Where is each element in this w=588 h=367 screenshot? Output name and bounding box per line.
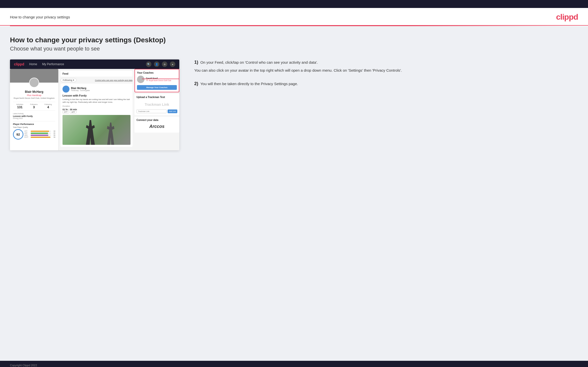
feed-user-meta: Yesterday · Sunningdale [71, 90, 90, 91]
quality-score: 92 [13, 129, 23, 140]
golfer2-silhouette [104, 122, 117, 145]
trackman-input[interactable] [136, 109, 167, 113]
bar-putt-value: 96 [52, 136, 55, 138]
bar-putt-fill [31, 137, 50, 138]
avatar [29, 78, 39, 88]
quality-label: Total Player Quality [13, 126, 55, 128]
stat-activities-value: 131 [16, 105, 23, 109]
bar-arg-track [31, 135, 51, 136]
stat-followers-value: 3 [30, 105, 38, 109]
breadcrumb: How to change your privacy settings [10, 15, 70, 19]
feed-duration-value: 01 hr : 30 min [63, 108, 131, 111]
nav-home[interactable]: Home [29, 62, 37, 66]
profile-club: Royal North Devon Golf Club, United King… [13, 97, 55, 99]
stat-followers-label: Followers [30, 104, 38, 105]
feed-user-avatar [63, 86, 69, 93]
coach-avatar [137, 76, 144, 83]
trackman-widget-title: Upload a Trackman Test [136, 96, 177, 99]
stat-following-label: Following [45, 104, 52, 105]
coach-name: David Ford [146, 77, 171, 80]
bar-app-label: APP [24, 132, 30, 134]
control-privacy-link[interactable]: Control who can see your activity and da… [95, 79, 132, 81]
coaches-widget-title: Your Coaches [137, 71, 177, 74]
app-logo-icon: clippd [14, 62, 24, 66]
bar-arg-label: ARG [24, 134, 30, 136]
golfer1-silhouette [83, 120, 98, 145]
coach-club-text: Royal North Devon Golf Club [149, 80, 171, 81]
feed-card-title: Lesson with Fordy [63, 94, 131, 97]
header: How to change your privacy settings clip… [0, 8, 588, 26]
profile-panel: Blair McHarg Plus Handicap Royal North D… [10, 69, 59, 150]
feed-user-name: Blair McHarg [71, 87, 90, 90]
player-perf-title: Player Performance [13, 121, 55, 125]
bar-putt: PUTT 96 [24, 136, 55, 138]
arccos-brand: Arccos [136, 122, 177, 131]
app-nav: clippd Home My Performance 🔍 👤 ⊕ ● [10, 59, 179, 69]
following-label: Following [63, 79, 72, 81]
feed-tab[interactable]: Feed [61, 71, 132, 77]
nav-my-performance[interactable]: My Performance [42, 62, 64, 66]
bar-app-value: 85 [52, 132, 55, 134]
coach-club: 📍 Royal North Devon Golf Club [146, 80, 171, 82]
manage-coaches-button[interactable]: Manage Your Coaches [137, 85, 177, 90]
stat-following: Following 4 [45, 104, 52, 109]
app-body: Blair McHarg Plus Handicap Royal North D… [10, 69, 179, 150]
stat-activities-label: Activities [16, 104, 23, 105]
instruction-1-number: 1) [194, 60, 198, 65]
right-widgets-panel: Your Coaches David Ford 📍 Royal North De… [134, 69, 179, 150]
search-icon[interactable]: 🔍 [146, 61, 151, 67]
instruction-1-extra: You can also click on your avatar in the… [194, 67, 578, 73]
copyright-text: Copyright Clippd 2022 [10, 364, 37, 367]
location-icon: 📍 [146, 80, 148, 81]
instruction-1: 1) On your Feed, click/tap on 'Control w… [194, 59, 578, 73]
bar-putt-label: PUTT [24, 136, 30, 138]
profile-header-bg [10, 69, 58, 83]
trackman-widget: Upload a Trackman Test Trackman Link Add… [134, 94, 179, 115]
bar-app-fill [31, 133, 48, 134]
stat-following-value: 4 [45, 105, 52, 109]
bar-ott: OTT 90 [24, 130, 55, 132]
quality-row: 92 OTT 90 APP [13, 129, 55, 140]
feed-duration-label: Duration [63, 105, 131, 107]
profile-name: Blair McHarg [13, 90, 55, 94]
feed-control-bar: Following ▾ Control who can see your act… [61, 78, 132, 82]
bar-app: APP 85 [24, 132, 55, 134]
compass-icon[interactable]: ⊕ [162, 61, 167, 67]
clippd-logo: clippd [556, 12, 578, 22]
connect-data-widget: Connect your data Arccos [134, 117, 179, 133]
latest-activity-date: 03 Aug 2022 [13, 117, 55, 119]
tag-ott: OTT [63, 111, 69, 113]
feed-panel: Feed Following ▾ Control who can see you… [59, 69, 134, 150]
main-content: How to change your privacy settings (Des… [0, 26, 588, 361]
feed-card-header: Blair McHarg Yesterday · Sunningdale [63, 86, 131, 93]
feed-card: Blair McHarg Yesterday · Sunningdale Les… [61, 84, 132, 147]
trackman-placeholder: Trackman Link [136, 100, 177, 108]
add-link-button[interactable]: Add Link [168, 109, 177, 113]
following-button[interactable]: Following ▾ [61, 78, 76, 82]
trackman-input-row: Add Link [136, 109, 177, 113]
stat-followers: Followers 3 [30, 104, 38, 109]
bar-app-track [31, 133, 51, 134]
profile-stats: Activities 131 Followers 3 Following 4 [13, 102, 55, 111]
user-icon[interactable]: 👤 [154, 61, 159, 67]
instruction-2-main: You will then be taken directly to the P… [200, 82, 298, 86]
feed-card-body: Looking to feel like my hands are exitin… [63, 98, 131, 104]
bar-ott-label: OTT [24, 130, 30, 132]
feed-user-info: Blair McHarg Yesterday · Sunningdale [71, 87, 90, 91]
coach-info: David Ford 📍 Royal North Devon Golf Club [146, 77, 171, 82]
coach-row: David Ford 📍 Royal North Devon Golf Club [137, 76, 177, 83]
stat-activities: Activities 131 [16, 104, 23, 109]
avatar-icon[interactable]: ● [170, 61, 175, 67]
top-bar [0, 0, 588, 8]
screenshot-mockup: clippd Home My Performance 🔍 👤 ⊕ ● Blai [10, 59, 179, 150]
instruction-1-line1: 1) On your Feed, click/tap on 'Control w… [194, 59, 578, 65]
coaches-widget: Your Coaches David Ford 📍 Royal North De… [134, 69, 179, 92]
latest-activity-label: Latest Activity [13, 113, 55, 114]
page-subtitle: Choose what you want people to see [10, 46, 578, 52]
bar-ott-fill [31, 131, 49, 132]
page-title: How to change your privacy settings (Des… [10, 36, 578, 44]
instruction-1-main: On your Feed, click/tap on 'Control who … [200, 60, 318, 64]
bar-arg: ARG 86 [24, 134, 55, 136]
footer: Copyright Clippd 2022 [0, 361, 588, 367]
chevron-down-icon: ▾ [73, 79, 74, 81]
